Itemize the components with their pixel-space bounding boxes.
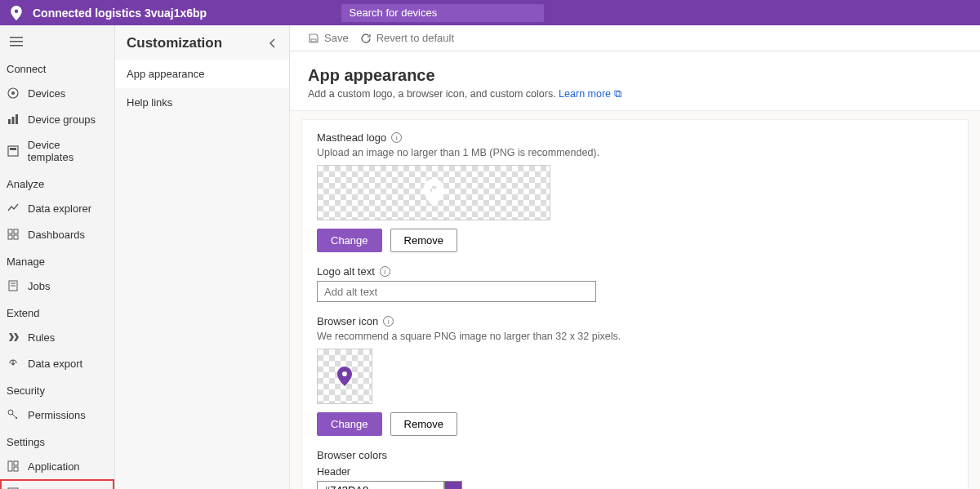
section-analyze: Analyze: [0, 170, 114, 195]
dashboards-icon: [7, 228, 20, 241]
svg-rect-3: [12, 117, 15, 124]
header-color-swatch[interactable]: [444, 481, 462, 489]
browser-icon-label: Browser icon: [317, 315, 378, 327]
pin-icon: [337, 367, 352, 386]
sidebar-item-label: Data explorer: [28, 202, 91, 215]
customization-icon: [7, 486, 20, 489]
svg-rect-9: [8, 235, 12, 239]
sidebar-item-label: Device groups: [28, 113, 96, 126]
learn-more-link[interactable]: Learn more⧉: [559, 88, 621, 100]
svg-rect-2: [8, 119, 11, 124]
svg-rect-6: [10, 148, 16, 150]
header-color-label: Header: [317, 466, 953, 478]
field-browser-icon: Browser icon i We recommend a square PNG…: [317, 315, 953, 436]
refresh-icon: [360, 33, 372, 44]
sub-nav: Customization App appearance Help links: [115, 25, 290, 489]
masthead-desc: Upload an image no larger than 1 MB (PNG…: [317, 147, 953, 158]
section-security: Security: [0, 376, 114, 402]
sidebar-item-label: Customization: [28, 487, 95, 490]
page-title: App appearance: [308, 66, 962, 85]
section-connect: Connect: [0, 55, 114, 80]
app-title: Connected logistics 3vuaj1x6bp: [33, 7, 207, 20]
search-input[interactable]: [341, 4, 544, 22]
page-subtitle: Add a custom logo, a browser icon, and c…: [308, 88, 556, 100]
section-extend: Extend: [0, 299, 114, 324]
section-settings: Settings: [0, 428, 114, 453]
subnav-item-label: App appearance: [127, 68, 204, 80]
sidebar-item-label: Jobs: [28, 280, 50, 292]
field-masthead-logo: Masthead logo i Upload an image no large…: [317, 131, 953, 252]
devices-icon: [7, 87, 20, 100]
top-bar: Connected logistics 3vuaj1x6bp: [0, 0, 980, 25]
rules-icon: [7, 331, 20, 344]
app-logo-icon: [0, 6, 33, 20]
subnav-item-help-links[interactable]: Help links: [115, 88, 289, 117]
sidebar-item-device-templates[interactable]: Device templates: [0, 132, 114, 170]
sidebar-item-label: Device templates: [28, 139, 108, 163]
section-manage: Manage: [0, 247, 114, 273]
subnav-title: Customization: [127, 35, 222, 51]
svg-rect-5: [8, 146, 18, 156]
info-icon[interactable]: i: [380, 266, 390, 277]
svg-rect-18: [311, 39, 316, 42]
device-templates-icon: [7, 144, 20, 158]
settings-panel: Masthead logo i Upload an image no large…: [301, 119, 969, 489]
masthead-label: Masthead logo: [317, 131, 386, 144]
jobs-icon: [7, 279, 20, 292]
masthead-change-button[interactable]: Change: [317, 229, 382, 252]
alt-text-input[interactable]: [317, 281, 596, 302]
subnav-item-label: Help links: [127, 96, 172, 109]
save-button[interactable]: Save: [308, 32, 349, 44]
svg-rect-7: [8, 229, 12, 233]
external-link-icon: ⧉: [614, 88, 621, 100]
svg-rect-4: [16, 114, 18, 124]
sidebar-item-device-groups[interactable]: Device groups: [0, 106, 114, 132]
sidebar-item-application[interactable]: Application: [0, 453, 114, 479]
sidebar-item-label: Dashboards: [28, 229, 85, 241]
content-pane: Save Revert to default App appearance Ad…: [290, 25, 980, 489]
svg-rect-13: [8, 461, 12, 471]
page-header: App appearance Add a custom logo, a brow…: [290, 51, 980, 111]
permissions-icon: [7, 408, 20, 421]
sidebar-item-dashboards[interactable]: Dashboards: [0, 221, 114, 247]
sidebar-item-jobs[interactable]: Jobs: [0, 273, 114, 299]
sidebar-item-permissions[interactable]: Permissions: [0, 402, 114, 428]
primary-sidebar: Connect Devices Device groups Device tem…: [0, 25, 115, 489]
content-toolbar: Save Revert to default: [290, 25, 980, 51]
header-color-input[interactable]: [317, 481, 444, 489]
svg-point-1: [11, 91, 15, 95]
svg-rect-8: [14, 229, 18, 233]
info-icon[interactable]: i: [391, 132, 402, 143]
save-label: Save: [324, 32, 349, 44]
data-export-icon: [7, 357, 20, 370]
field-logo-alt-text: Logo alt text i: [317, 265, 953, 302]
sidebar-item-label: Permissions: [28, 409, 86, 421]
svg-rect-14: [14, 461, 18, 465]
sidebar-item-label: Application: [28, 460, 80, 473]
save-icon: [308, 33, 319, 44]
browser-colors-label: Browser colors: [317, 449, 387, 461]
info-icon[interactable]: i: [383, 316, 394, 327]
revert-label: Revert to default: [376, 32, 454, 44]
pin-icon: [423, 179, 444, 207]
browser-icon-preview: [317, 349, 372, 404]
sidebar-item-data-explorer[interactable]: Data explorer: [0, 195, 114, 221]
sidebar-item-label: Rules: [28, 331, 55, 344]
device-groups-icon: [7, 113, 20, 126]
sidebar-item-data-export[interactable]: Data export: [0, 350, 114, 376]
svg-rect-10: [14, 235, 18, 239]
browser-icon-desc: We recommend a square PNG image no large…: [317, 331, 953, 342]
sidebar-item-label: Data export: [28, 358, 82, 370]
browser-icon-remove-button[interactable]: Remove: [390, 412, 457, 436]
sidebar-item-devices[interactable]: Devices: [0, 80, 114, 106]
masthead-remove-button[interactable]: Remove: [390, 229, 457, 252]
collapse-subnav-icon[interactable]: [268, 38, 278, 48]
hamburger-icon[interactable]: [0, 29, 114, 55]
subnav-item-app-appearance[interactable]: App appearance: [115, 60, 289, 88]
browser-icon-change-button[interactable]: Change: [317, 412, 382, 436]
revert-button[interactable]: Revert to default: [360, 32, 454, 44]
svg-rect-15: [14, 467, 18, 471]
sidebar-item-customization[interactable]: Customization: [0, 479, 114, 489]
application-icon: [7, 460, 20, 473]
sidebar-item-rules[interactable]: Rules: [0, 324, 114, 350]
